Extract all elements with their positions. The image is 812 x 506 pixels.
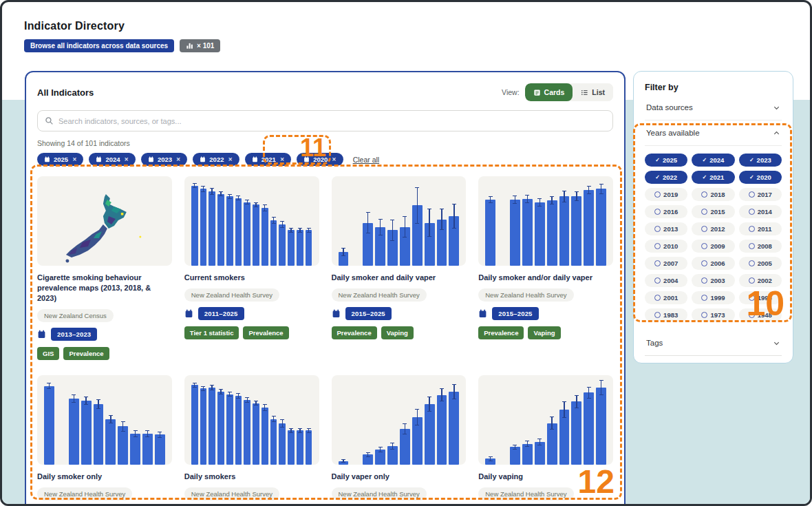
error-bar: [263, 404, 267, 411]
mini-chart: [478, 176, 613, 266]
calendar-icon: [96, 156, 102, 162]
indicator-card[interactable]: Daily vaping New Zealand Health Survey 2…: [478, 375, 613, 506]
year-option-1996[interactable]: 1996: [739, 291, 782, 304]
year-option-2017[interactable]: 2017: [739, 188, 782, 201]
page-title: Indicator Directory: [24, 20, 220, 32]
chart-bar: [118, 426, 128, 464]
year-option-2004[interactable]: 2004: [645, 274, 687, 287]
year-option-1999[interactable]: 1999: [692, 291, 734, 304]
view-list-button[interactable]: List: [573, 83, 613, 101]
mini-chart: [184, 375, 319, 465]
radio-circle-icon: [654, 312, 661, 318]
error-bar: [133, 430, 138, 437]
chart-bar: [200, 388, 207, 464]
chart-bar: [571, 196, 581, 266]
indicator-card-grid: Cigarette smoking behaviour prevalence m…: [37, 176, 613, 506]
year-filter-chip[interactable]: 2020 ✕: [297, 153, 343, 166]
radio-circle-icon: [701, 226, 707, 232]
year-filter-chip[interactable]: 2024 ✕: [89, 153, 135, 166]
year-option-2022[interactable]: ✓2022: [645, 171, 687, 184]
year-option-1973[interactable]: 1973: [692, 308, 734, 321]
remove-chip-icon[interactable]: ✕: [176, 156, 180, 162]
year-option-2001[interactable]: 2001: [645, 291, 687, 304]
year-filter-chip[interactable]: 2025 ✕: [37, 153, 83, 166]
year-option-2006[interactable]: 2006: [692, 257, 734, 270]
chart-bar: [288, 430, 295, 464]
year-option-2018[interactable]: 2018: [692, 188, 734, 201]
year-option-2024[interactable]: ✓2024: [692, 154, 734, 167]
chart-bar: [209, 388, 215, 465]
error-bar: [513, 196, 517, 204]
chart-bar: [200, 189, 207, 266]
indicator-card[interactable]: Current smokers New Zealand Health Surve…: [184, 176, 319, 360]
radio-circle-icon: [749, 243, 755, 249]
indicator-card[interactable]: Daily smoker and daily vaper New Zealand…: [332, 176, 467, 360]
year-option-2002[interactable]: 2002: [739, 274, 782, 287]
filter-section-data-sources[interactable]: Data sources: [645, 95, 782, 120]
year-option-2016[interactable]: 2016: [645, 205, 687, 218]
year-option-2023[interactable]: ✓2023: [739, 154, 782, 167]
app-window: Indicator Directory Browse all indicator…: [0, 0, 812, 506]
view-segmented-control: Cards List: [525, 83, 613, 101]
check-icon: ✓: [655, 157, 660, 163]
chart-bar: [547, 200, 557, 266]
year-filter-chip[interactable]: 2021 ✕: [245, 153, 291, 166]
search-input[interactable]: [58, 117, 606, 125]
radio-circle-icon: [701, 312, 707, 318]
year-option-2010[interactable]: 2010: [645, 240, 687, 253]
view-cards-button[interactable]: Cards: [525, 83, 573, 101]
year-option-2020[interactable]: ✓2020: [739, 171, 782, 184]
remove-chip-icon[interactable]: ✕: [332, 156, 336, 162]
indicator-card[interactable]: Daily smoker and/or daily vaper New Zeal…: [478, 176, 613, 360]
indicator-card[interactable]: Cigarette smoking behaviour prevalence m…: [37, 176, 172, 360]
remove-chip-icon[interactable]: ✕: [125, 156, 129, 162]
year-option-2014[interactable]: 2014: [739, 205, 782, 218]
tag-row: PrevalenceVaping: [332, 326, 467, 339]
radio-circle-icon: [701, 260, 707, 266]
calendar-icon: [478, 309, 487, 318]
year-option-1948[interactable]: 1948: [739, 308, 782, 321]
year-option-2021[interactable]: ✓2021: [692, 171, 734, 184]
tag-badge: Tier 1 statistic: [184, 326, 239, 339]
chart-bar: [279, 423, 286, 465]
filter-section-years[interactable]: Years available: [645, 120, 782, 146]
error-bar: [440, 209, 444, 230]
year-option-2008[interactable]: 2008: [739, 240, 782, 253]
source-badge: New Zealand Health Survey: [184, 288, 279, 302]
year-option-2015[interactable]: 2015: [692, 205, 734, 218]
clear-all-link[interactable]: Clear all: [353, 156, 380, 164]
remove-chip-icon[interactable]: ✕: [280, 156, 284, 162]
error-bar: [562, 191, 566, 202]
year-option-2009[interactable]: 2009: [692, 240, 734, 253]
chart-bar: [217, 392, 224, 465]
error-bar: [366, 452, 370, 457]
year-option-2003[interactable]: 2003: [692, 274, 734, 287]
remove-chip-icon[interactable]: ✕: [72, 156, 76, 162]
year-filter-chip[interactable]: 2023 ✕: [141, 153, 187, 166]
search-box[interactable]: [37, 110, 613, 131]
remove-chip-icon[interactable]: ✕: [228, 156, 232, 162]
year-option-2025[interactable]: ✓2025: [645, 154, 687, 167]
chart-bar: [217, 194, 224, 266]
year-option-1983[interactable]: 1983: [645, 308, 687, 321]
year-option-2005[interactable]: 2005: [739, 257, 782, 270]
year-option-2007[interactable]: 2007: [645, 257, 687, 270]
indicator-card[interactable]: Daily smoker only New Zealand Health Sur…: [37, 375, 172, 506]
indicator-card[interactable]: Daily vaper only New Zealand Health Surv…: [332, 375, 467, 506]
year-filter-chip[interactable]: 2022 ✕: [193, 153, 239, 166]
indicator-card[interactable]: Daily smokers New Zealand Health Survey …: [184, 375, 319, 506]
cards-icon: [533, 89, 541, 96]
error-bar: [289, 428, 293, 433]
chart-bar: [270, 419, 277, 465]
error-bar: [341, 459, 345, 463]
year-option-2011[interactable]: 2011: [739, 222, 782, 235]
chart-bar: [69, 399, 79, 465]
error-bar: [254, 401, 258, 405]
year-option-2013[interactable]: 2013: [645, 222, 687, 235]
filter-section-tags[interactable]: Tags: [645, 330, 782, 356]
error-bar: [193, 183, 197, 188]
chart-bar: [155, 434, 165, 464]
year-option-2019[interactable]: 2019: [645, 188, 687, 201]
year-option-2012[interactable]: 2012: [692, 222, 734, 235]
radio-circle-icon: [701, 191, 707, 198]
